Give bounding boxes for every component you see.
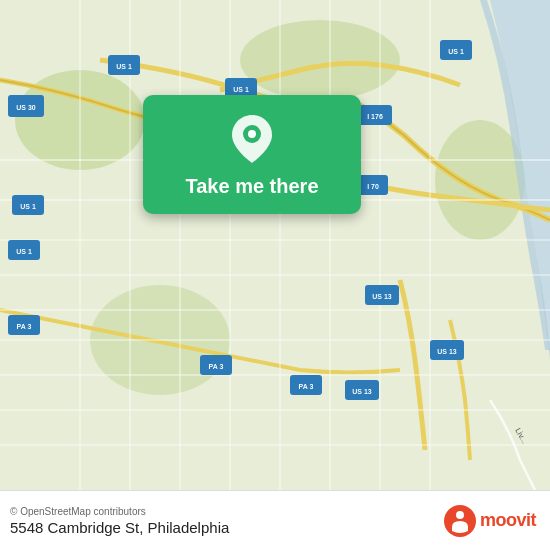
svg-point-54 [456,511,464,519]
svg-text:US 1: US 1 [233,86,249,93]
svg-text:US 13: US 13 [352,388,372,395]
moovit-logo: moovit [444,505,536,537]
svg-text:US 1: US 1 [20,203,36,210]
svg-point-2 [240,20,400,100]
svg-text:US 1: US 1 [448,48,464,55]
svg-text:US 30: US 30 [16,104,36,111]
moovit-text: moovit [480,510,536,531]
svg-text:US 13: US 13 [372,293,392,300]
svg-text:I 70: I 70 [367,183,379,190]
address-text: 5548 Cambridge St, Philadelphia [10,519,229,536]
svg-text:I 176: I 176 [367,113,383,120]
svg-text:PA 3: PA 3 [299,383,314,390]
svg-text:PA 3: PA 3 [17,323,32,330]
address-section: © OpenStreetMap contributors 5548 Cambri… [10,506,229,536]
svg-text:US 13: US 13 [437,348,457,355]
bottom-bar: © OpenStreetMap contributors 5548 Cambri… [0,490,550,550]
take-me-there-button[interactable]: Take me there [143,95,361,214]
moovit-icon [444,505,476,537]
svg-text:PA 3: PA 3 [209,363,224,370]
svg-text:US 1: US 1 [116,63,132,70]
svg-text:US 1: US 1 [16,248,32,255]
take-me-there-label: Take me there [185,175,318,198]
copyright-text: © OpenStreetMap contributors [10,506,229,517]
location-pin-icon [226,113,278,165]
map-container: US 30 US 1 US 1 US 1 I 176 I 70 US 13 US… [0,0,550,490]
map-background: US 30 US 1 US 1 US 1 I 176 I 70 US 13 US… [0,0,550,490]
svg-point-52 [248,130,256,138]
